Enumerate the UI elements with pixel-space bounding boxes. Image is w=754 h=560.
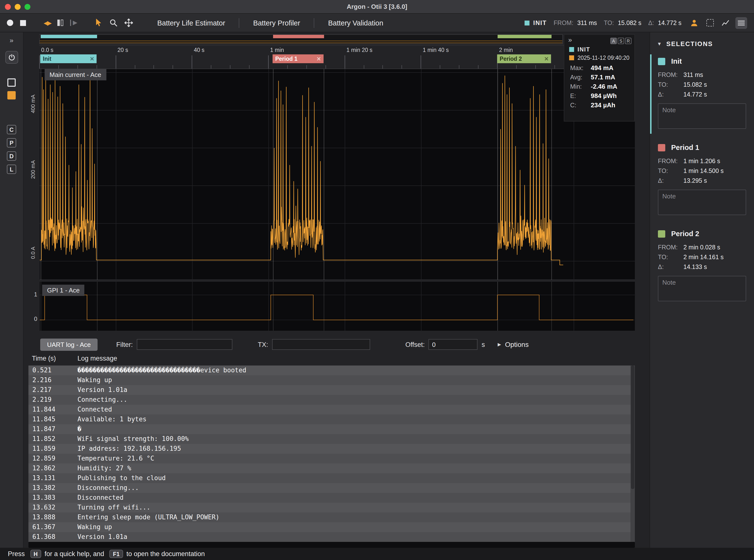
main-chart-label: Main current - Ace	[45, 69, 106, 80]
log-row[interactable]: 13.382Disconnecting...	[28, 483, 635, 493]
close-selection-icon[interactable]: ✕	[313, 56, 321, 62]
stats-mode-a-button[interactable]: A	[611, 38, 617, 44]
selection-from-row: FROM:311 ms	[658, 70, 746, 80]
tab-battery-life-estimator[interactable]: Battery Life Estimator	[150, 19, 232, 27]
offset-input[interactable]	[429, 339, 478, 350]
selection-tab-init[interactable]: Init✕	[40, 54, 97, 63]
pan-tool-icon[interactable]	[124, 19, 133, 27]
selection-card-header: Period 1	[658, 143, 746, 152]
stat-value: 234 µAh	[591, 101, 615, 109]
log-time: 11.847	[28, 424, 77, 434]
stat-row: Min:-2.46 mA	[570, 82, 634, 91]
selection-from-label: FROM:	[658, 244, 683, 251]
log-row[interactable]: 13.383Disconnected	[28, 493, 635, 503]
status-text: to open the documentation	[127, 550, 205, 558]
rail-button-p[interactable]: P	[7, 138, 16, 147]
record-icon[interactable]	[7, 20, 13, 26]
log-row[interactable]: 0.521��������������������������������evi…	[28, 365, 635, 375]
log-row[interactable]: 2.216Waking up	[28, 375, 635, 385]
log-table-header: Time (s) Log message	[28, 355, 117, 364]
chart-area: 0.0 s20 s40 s1 min1 min 20 s1 min 40 s2 …	[23, 32, 650, 548]
log-row[interactable]: 12.859Temperature: 21.6 °C	[28, 454, 635, 463]
log-message: �	[77, 424, 81, 434]
log-column-message: Log message	[77, 355, 117, 364]
close-selection-icon[interactable]: ✕	[87, 56, 94, 62]
options-expander-icon[interactable]: ▶	[498, 342, 501, 347]
gpi-chart[interactable]: GPI 1 - Ace	[39, 282, 635, 331]
stop-icon[interactable]	[20, 20, 26, 26]
collapse-selections-icon[interactable]: ▼	[657, 41, 662, 46]
rail-button-c[interactable]: C	[7, 125, 16, 134]
orange-color-swatch[interactable]	[7, 91, 16, 99]
log-vertical-scrollbar[interactable]	[631, 365, 635, 542]
selection-note-input[interactable]	[658, 189, 746, 215]
options-label[interactable]: Options	[505, 340, 529, 348]
stat-value: 57.1 mA	[591, 74, 615, 81]
scrollbar-thumb[interactable]	[631, 365, 634, 489]
tab-battery-validation[interactable]: Battery Validation	[321, 19, 390, 27]
stat-label: Max:	[570, 64, 591, 71]
close-selection-icon[interactable]: ✕	[541, 56, 548, 62]
log-row[interactable]: 2.219Connecting...	[28, 395, 635, 405]
log-row[interactable]: 11.859IP address: 192.168.156.195	[28, 444, 635, 454]
selection-note-input[interactable]	[658, 103, 746, 129]
pointer-tool-icon[interactable]	[95, 19, 102, 27]
uart-log-tab[interactable]: UART log - Ace	[40, 338, 98, 351]
power-icon	[8, 54, 15, 61]
left-toolbar: » C P D L	[0, 32, 23, 548]
rail-button-l[interactable]: L	[7, 165, 16, 174]
collapse-horizontal-icon[interactable]: ◀▶	[44, 19, 51, 26]
log-row[interactable]: 61.367Waking up	[28, 522, 635, 532]
log-row[interactable]: 11.852WiFi signal strength: 100.00%	[28, 434, 635, 444]
log-row[interactable]: 2.217Version 1.01a	[28, 385, 635, 395]
user-icon[interactable]	[688, 17, 700, 29]
log-message: Publishing to the cloud	[77, 473, 166, 483]
rail-button-d[interactable]: D	[7, 152, 16, 161]
selection-delta-row: Δ:14.772 s	[658, 89, 746, 99]
split-view-icon[interactable]	[58, 20, 63, 26]
stats-mode-s-button[interactable]: S	[618, 38, 624, 44]
log-row[interactable]: 13.888Entering sleep mode (ULTRA_LOW_POW…	[28, 513, 635, 522]
log-message: Available: 1 bytes	[77, 415, 147, 424]
analytics-view-icon[interactable]	[720, 17, 732, 29]
stat-row: E:984 µWh	[570, 92, 634, 100]
stats-mode-r-button[interactable]: R	[625, 38, 632, 44]
selection-to-row: TO:15.082 s	[658, 80, 746, 89]
selection-to-value: 2 min 14.161 s	[683, 254, 723, 261]
time-ruler[interactable]: 0.0 s20 s40 s1 min1 min 20 s1 min 40 s2 …	[39, 45, 635, 68]
collapse-stats-icon[interactable]: »	[568, 36, 572, 44]
log-view-icon[interactable]	[735, 17, 747, 29]
timeline-minimap[interactable]	[39, 34, 563, 44]
log-row[interactable]: 13.131Publishing to the cloud	[28, 473, 635, 483]
status-bar: Press H for a quick help, and F1 to open…	[0, 548, 754, 560]
log-message: Temperature: 21.6 °C	[77, 454, 154, 463]
expand-rail-icon[interactable]: »	[9, 36, 14, 44]
ruler-tick-label: 1 min 40 s	[423, 47, 449, 53]
uart-log-list[interactable]: 0.521��������������������������������evi…	[28, 365, 635, 542]
log-horizontal-scrollbar[interactable]	[28, 542, 635, 548]
tab-battery-profiler[interactable]: Battery Profiler	[246, 19, 307, 27]
recording-swatch	[569, 55, 574, 60]
white-color-swatch[interactable]	[7, 78, 16, 87]
tx-input[interactable]	[272, 339, 370, 350]
log-row[interactable]: 12.862Humidity: 27 %	[28, 463, 635, 473]
selection-delta-label: Δ:	[658, 91, 683, 98]
zoom-tool-icon[interactable]	[109, 19, 117, 27]
selection-tab-label: Period 2	[500, 56, 522, 62]
log-row[interactable]: 61.368Version 1.01a	[28, 532, 635, 542]
play-icon[interactable]: ▶	[70, 20, 77, 26]
main-current-chart[interactable]: Main current - Ace	[39, 68, 635, 279]
log-row[interactable]: 11.845Available: 1 bytes	[28, 415, 635, 424]
log-row[interactable]: 13.632Turning off wifi...	[28, 503, 635, 513]
selection-mode-icon[interactable]	[704, 17, 716, 29]
selection-from-value: 2 min 0.028 s	[683, 244, 720, 251]
selection-note-input[interactable]	[658, 276, 746, 301]
ruler-tick	[192, 55, 192, 69]
log-row[interactable]: 11.844Connected	[28, 405, 635, 415]
filter-input[interactable]	[137, 339, 232, 350]
power-button[interactable]	[5, 51, 18, 64]
selection-tab-period-2[interactable]: Period 2✕	[497, 54, 551, 63]
selection-card-init: InitFROM:311 msTO:15.082 sΔ:14.772 s	[650, 53, 754, 136]
selection-tab-period-1[interactable]: Period 1✕	[273, 54, 324, 63]
log-row[interactable]: 11.847�	[28, 424, 635, 434]
